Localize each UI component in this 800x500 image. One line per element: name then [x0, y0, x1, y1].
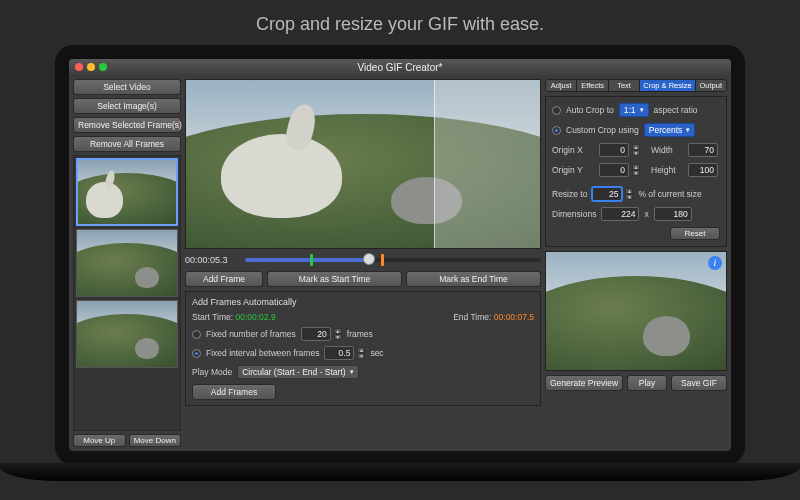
auto-frames-title: Add Frames Automatically: [192, 297, 534, 307]
start-time-label: Start Time:: [192, 312, 233, 322]
crop-overlay[interactable]: [434, 80, 540, 248]
tab-crop-resize[interactable]: Crop & Resize: [640, 80, 695, 91]
chevron-down-icon: ▾: [640, 106, 644, 114]
select-video-button[interactable]: Select Video: [73, 79, 181, 95]
origin-y-stepper[interactable]: ▲▼: [632, 164, 640, 176]
origin-x-stepper[interactable]: ▲▼: [632, 144, 640, 156]
laptop-screen: Video GIF Creator* Select Video Select I…: [55, 45, 745, 465]
resize-suffix: % of current size: [638, 189, 701, 199]
move-up-button[interactable]: Move Up: [73, 434, 126, 447]
fixed-count-radio[interactable]: [192, 330, 201, 339]
fixed-interval-input[interactable]: 0.5: [324, 346, 354, 360]
chevron-down-icon: ▾: [686, 126, 690, 134]
fixed-count-input[interactable]: 20: [301, 327, 331, 341]
mark-start-button[interactable]: Mark as Start Time: [267, 271, 402, 287]
auto-crop-label: Auto Crop to: [566, 105, 614, 115]
tab-output[interactable]: Output: [696, 80, 726, 91]
auto-frames-panel: Add Frames Automatically Start Time: 00:…: [185, 291, 541, 406]
hero-caption: Crop and resize your GIF with ease.: [0, 0, 800, 45]
center-column: 00:00:05.3 Add Frame Mark as Start Time …: [185, 79, 541, 447]
playmode-select[interactable]: Circular (Start - End - Start)▾: [237, 365, 358, 379]
current-time: 00:00:05.3: [185, 255, 239, 265]
mark-end-button[interactable]: Mark as End Time: [406, 271, 541, 287]
select-images-button[interactable]: Select Image(s): [73, 98, 181, 114]
sec-unit: sec: [370, 348, 383, 358]
aspect-ratio-suffix: aspect ratio: [654, 105, 698, 115]
tab-text[interactable]: Text: [609, 80, 640, 91]
generate-preview-button[interactable]: Generate Preview: [545, 375, 623, 391]
info-icon[interactable]: i: [708, 256, 722, 270]
width-input[interactable]: 70: [688, 143, 718, 157]
resize-label: Resize to: [552, 189, 587, 199]
timeline: 00:00:05.3: [185, 253, 541, 267]
auto-crop-radio[interactable]: [552, 106, 561, 115]
origin-y-input[interactable]: 0: [599, 163, 629, 177]
titlebar: Video GIF Creator*: [69, 59, 731, 75]
playmode-label: Play Mode: [192, 367, 232, 377]
custom-crop-radio[interactable]: [552, 126, 561, 135]
content-area: Select Video Select Image(s) Remove Sele…: [69, 75, 731, 451]
window-title: Video GIF Creator*: [69, 62, 731, 73]
tab-adjust[interactable]: Adjust: [546, 80, 577, 91]
height-label: Height: [651, 165, 683, 175]
main-preview[interactable]: [185, 79, 541, 249]
dimensions-height[interactable]: 180: [654, 207, 692, 221]
crop-units-select[interactable]: Percents▾: [644, 123, 696, 137]
frame-thumbnail[interactable]: [76, 229, 178, 297]
right-column: Adjust Effects Text Crop & Resize Output…: [545, 79, 727, 447]
chevron-down-icon: ▾: [350, 368, 354, 376]
resize-input[interactable]: 25: [592, 187, 622, 201]
end-time-value: 00:00:07.5: [494, 312, 534, 322]
end-time-label: End Time:: [453, 312, 491, 322]
add-frame-button[interactable]: Add Frame: [185, 271, 263, 287]
reset-button[interactable]: Reset: [670, 227, 720, 240]
origin-x-label: Origin X: [552, 145, 594, 155]
aspect-ratio-select[interactable]: 1:1▾: [619, 103, 649, 117]
dimensions-width[interactable]: 224: [601, 207, 639, 221]
playhead-knob[interactable]: [363, 253, 375, 265]
timeline-slider[interactable]: [245, 258, 541, 262]
tab-bar: Adjust Effects Text Crop & Resize Output: [545, 79, 727, 92]
dimensions-x: x: [644, 209, 648, 219]
width-label: Width: [651, 145, 683, 155]
dimensions-label: Dimensions: [552, 209, 596, 219]
remove-all-button[interactable]: Remove All Frames: [73, 136, 181, 152]
end-marker-icon[interactable]: [381, 254, 384, 266]
tab-effects[interactable]: Effects: [577, 80, 608, 91]
move-down-button[interactable]: Move Down: [129, 434, 182, 447]
remove-selected-button[interactable]: Remove Selected Frame(s): [73, 117, 181, 133]
fixed-interval-radio[interactable]: [192, 349, 201, 358]
frame-thumbnail[interactable]: [76, 300, 178, 368]
fixed-interval-stepper[interactable]: ▲▼: [357, 347, 365, 359]
fixed-count-label: Fixed number of frames: [206, 329, 296, 339]
start-marker-icon[interactable]: [310, 254, 313, 266]
sidebar: Select Video Select Image(s) Remove Sele…: [73, 79, 181, 447]
origin-x-input[interactable]: 0: [599, 143, 629, 157]
laptop-base: [0, 463, 800, 481]
frames-unit: frames: [347, 329, 373, 339]
custom-crop-label: Custom Crop using: [566, 125, 639, 135]
resize-stepper[interactable]: ▲▼: [625, 188, 633, 200]
frame-thumbnail-list[interactable]: [73, 155, 181, 431]
height-input[interactable]: 100: [688, 163, 718, 177]
start-time-value: 00:00:02.9: [235, 312, 275, 322]
add-frames-button[interactable]: Add Frames: [192, 384, 276, 400]
origin-y-label: Origin Y: [552, 165, 594, 175]
fixed-count-stepper[interactable]: ▲▼: [334, 328, 342, 340]
app-window: Video GIF Creator* Select Video Select I…: [69, 59, 731, 451]
crop-resize-panel: Auto Crop to 1:1▾ aspect ratio Custom Cr…: [545, 96, 727, 247]
output-preview: i: [545, 251, 727, 371]
frame-thumbnail[interactable]: [76, 158, 178, 226]
fixed-interval-label: Fixed interval between frames: [206, 348, 319, 358]
save-gif-button[interactable]: Save GIF: [671, 375, 727, 391]
play-button[interactable]: Play: [627, 375, 667, 391]
